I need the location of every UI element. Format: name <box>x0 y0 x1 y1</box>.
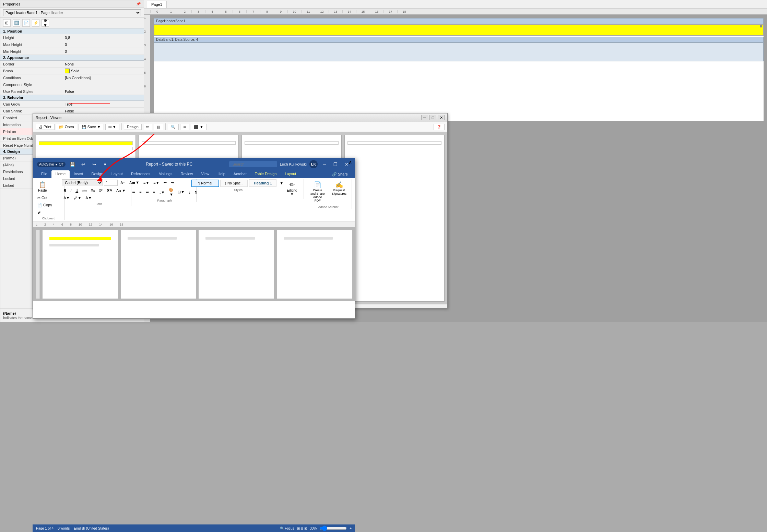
show-marks-btn[interactable]: ¶ <box>193 187 199 197</box>
prop-row-brush[interactable]: Brush Solid <box>0 68 144 74</box>
ribbon-collapse-btn[interactable]: ∧ <box>349 159 352 165</box>
tab-mailings[interactable]: Mailings <box>154 170 176 178</box>
tab-layout[interactable]: Layout <box>107 170 127 178</box>
viewer-zoom-full-btn[interactable]: 🔍 <box>168 124 179 130</box>
underline-btn[interactable]: U <box>74 188 80 194</box>
editing-btn[interactable]: ✏ Editing ▼ <box>284 179 300 198</box>
word-restore-btn[interactable]: ❐ <box>331 161 340 168</box>
sort-btn[interactable]: ↕ <box>187 187 192 197</box>
format-painter-btn[interactable]: 🖌 <box>36 209 54 215</box>
font-size-up-btn[interactable]: A↑ <box>119 180 127 186</box>
copy-btn[interactable]: 📄 Copy <box>36 202 54 208</box>
font-size-input[interactable] <box>104 180 118 186</box>
increase-indent-btn[interactable]: ⇥ <box>169 179 176 186</box>
sort-category-btn[interactable]: ⊞ <box>3 19 11 27</box>
doc-page-4[interactable] <box>277 230 352 299</box>
subscript-btn[interactable]: X₂ <box>89 187 96 194</box>
word-redo-btn[interactable]: ↪ <box>90 161 98 168</box>
justify-btn[interactable]: ≡ <box>151 187 157 197</box>
word-minimize-btn[interactable]: ─ <box>320 161 329 168</box>
create-share-adobe-btn[interactable]: 📄 Create and ShareAdobe PDF <box>308 179 327 204</box>
designer-tab-page1[interactable]: Page1 <box>147 1 167 8</box>
tab-design[interactable]: Design <box>87 170 107 178</box>
tab-insert[interactable]: Insert <box>70 170 87 178</box>
prop-row-height[interactable]: Height 0,8 <box>0 34 144 41</box>
numbering-btn[interactable]: ≡▼ <box>142 179 151 186</box>
viewer-email-btn[interactable]: ✉ ▼ <box>105 124 119 130</box>
clear-format-btn[interactable]: ✘A <box>105 187 114 194</box>
word-save-btn[interactable]: 💾 <box>68 161 76 168</box>
tab-references[interactable]: References <box>127 170 154 178</box>
viewer-help-btn[interactable]: ❓ <box>434 124 445 130</box>
tab-file[interactable]: File <box>37 170 51 178</box>
viewer-edit-btn[interactable]: ✏ <box>143 124 152 130</box>
viewer-maximize-btn[interactable]: □ <box>429 115 436 120</box>
decrease-indent-btn[interactable]: ⇤ <box>162 179 168 186</box>
doc-page-1[interactable] <box>43 230 118 299</box>
doc-page-3[interactable] <box>199 230 274 299</box>
highlight-btn[interactable]: 🖊▼ <box>72 195 83 201</box>
tab-table-layout[interactable]: Layout <box>281 170 300 178</box>
viewer-open-btn[interactable]: 📂 Open <box>56 124 77 130</box>
line-spacing-btn[interactable]: ↕▼ <box>157 187 166 197</box>
align-right-btn[interactable]: ➡ <box>144 187 151 197</box>
word-undo-btn[interactable]: ↩ <box>79 161 87 168</box>
doc-page-2[interactable] <box>121 230 196 299</box>
sort-az-btn[interactable]: 🔤 <box>13 19 20 27</box>
data-band-area[interactable] <box>154 43 764 61</box>
lightning-btn[interactable]: ⚡ <box>32 19 39 27</box>
focus-btn[interactable]: 🔍 Focus <box>280 527 294 530</box>
bold-btn[interactable]: B <box>62 188 68 194</box>
viewer-next-btn[interactable]: ⬛ ▼ <box>191 124 206 130</box>
style-normal[interactable]: ¶ Normal <box>191 180 219 187</box>
paste-btn[interactable]: 📋 Paste <box>36 179 49 194</box>
multilevel-btn[interactable]: ≡▼ <box>152 179 161 186</box>
viewer-watermark-btn[interactable]: ▤ <box>154 124 163 130</box>
autosave-toggle[interactable]: AutoSave ● Off <box>37 162 66 167</box>
tab-review[interactable]: Review <box>177 170 197 178</box>
viewer-design-btn[interactable]: Design <box>124 124 142 130</box>
tab-table-design[interactable]: Table Design <box>251 170 281 178</box>
italic-btn[interactable]: I <box>69 188 73 194</box>
tab-help[interactable]: Help <box>213 170 229 178</box>
property-pages-btn[interactable]: 📄 <box>22 19 30 27</box>
viewer-close-btn[interactable]: ✕ <box>438 115 445 120</box>
style-no-space[interactable]: ¶ No Spac... <box>220 180 248 187</box>
prop-row-component-style[interactable]: Component Style <box>0 81 144 88</box>
shading-btn[interactable]: 🎨▼ <box>167 187 175 197</box>
request-signatures-btn[interactable]: ✍ RequestSignatures <box>329 179 349 204</box>
font-color-2-btn[interactable]: A▼ <box>84 195 93 201</box>
prop-row-border[interactable]: Border None <box>0 61 144 68</box>
style-heading-1[interactable]: Heading 1 <box>249 179 276 187</box>
zoom-slider[interactable] <box>319 525 347 531</box>
viewer-print-btn[interactable]: 🖨 Print <box>36 124 55 130</box>
prop-row-minheight[interactable]: Min Height 0 <box>0 48 144 55</box>
align-center-btn[interactable]: ≡ <box>138 187 143 197</box>
viewer-prev-btn[interactable]: ⬅ <box>180 124 189 130</box>
tab-acrobat[interactable]: Acrobat <box>229 170 251 178</box>
word-qat-dropdown-btn[interactable]: ▾ <box>101 161 109 168</box>
viewer-page-4[interactable] <box>344 135 445 302</box>
viewer-save-btn[interactable]: 💾 Save ▼ <box>79 124 104 130</box>
prop-row-can-grow[interactable]: Can Grow True <box>0 101 144 108</box>
zoom-in-btn[interactable]: + <box>350 527 352 530</box>
strikethrough-btn[interactable]: ab <box>81 188 88 194</box>
prop-row-conditions[interactable]: Conditions [No Conditions] <box>0 74 144 81</box>
prop-row-use-parent-styles[interactable]: Use Parent Styles False <box>0 88 144 95</box>
resize-handle[interactable] <box>760 25 762 27</box>
superscript-btn[interactable]: X² <box>97 188 104 194</box>
properties-pin-icon[interactable]: 📌 <box>136 2 141 6</box>
cut-btn[interactable]: ✂ Cut <box>36 195 54 201</box>
page-header-yellow-band[interactable] <box>154 24 764 36</box>
properties-object-select[interactable]: PageHeaderBand1 : Page Header <box>3 9 141 16</box>
font-color-btn[interactable]: A▼ <box>62 195 71 201</box>
align-left-btn[interactable]: ⬅ <box>130 187 137 197</box>
viewer-minimize-btn[interactable]: ─ <box>421 115 428 120</box>
word-search-input[interactable] <box>229 161 277 167</box>
gear-btn[interactable]: ⚙ ▼ <box>42 19 49 27</box>
tab-view[interactable]: View <box>197 170 214 178</box>
bullets-btn[interactable]: ☰▼ <box>130 179 141 186</box>
tab-home[interactable]: Home <box>51 170 70 178</box>
share-btn[interactable]: 🔗 Share <box>329 170 351 178</box>
change-case-btn[interactable]: Aa ▼ <box>115 188 127 194</box>
